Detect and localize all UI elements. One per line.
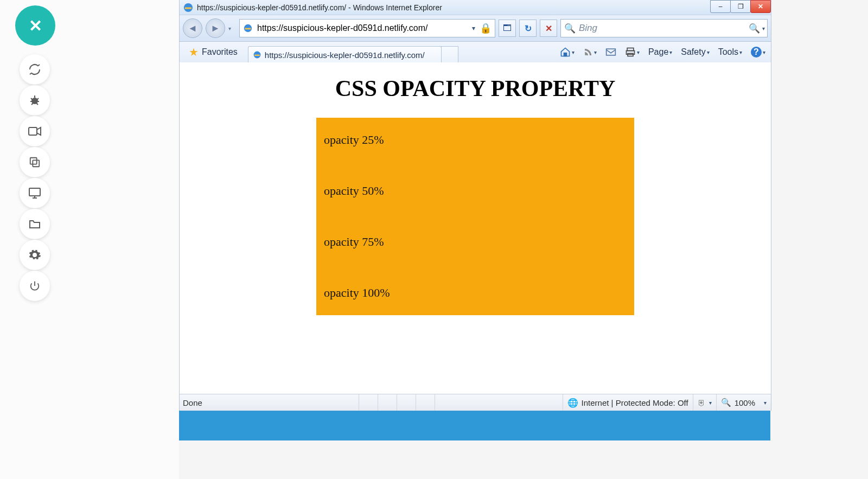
window-maximize-button[interactable]: ❐ xyxy=(730,0,751,13)
chevron-down-icon: ▾ xyxy=(763,49,765,55)
zoom-control[interactable]: 🔍 100% ▾ xyxy=(716,394,771,411)
video-icon xyxy=(28,126,41,136)
protected-mode-toggle[interactable]: ⛨ ▾ xyxy=(693,394,716,411)
nav-forward-button[interactable]: ► xyxy=(206,18,225,38)
chevron-down-icon: ▾ xyxy=(707,49,710,55)
address-input[interactable] xyxy=(256,23,469,34)
copy-button[interactable] xyxy=(20,147,50,177)
bug-button[interactable] xyxy=(20,85,50,116)
settings-button[interactable] xyxy=(20,240,50,270)
compat-view-button[interactable]: 🗔 xyxy=(499,20,516,37)
search-placeholder: Bing xyxy=(579,23,597,34)
search-icon: 🔍 xyxy=(564,23,576,34)
chevron-down-icon: ▾ xyxy=(764,400,767,406)
stop-icon: ✕ xyxy=(545,23,552,34)
screenshot-button[interactable] xyxy=(20,178,50,208)
window-minimize-button[interactable]: – xyxy=(710,0,731,13)
read-mail-button[interactable] xyxy=(603,46,618,58)
chevron-down-icon: ▾ xyxy=(637,49,640,55)
window-title: https://suspicious-kepler-d0591d.netlify… xyxy=(197,3,442,12)
sync-button[interactable] xyxy=(20,54,50,85)
window-titlebar[interactable]: https://suspicious-kepler-d0591d.netlify… xyxy=(180,0,771,15)
ie-page-icon xyxy=(243,23,253,33)
chevron-down-icon: ▾ xyxy=(669,49,672,55)
opacity-line: opacity 25% xyxy=(324,133,627,184)
status-text: Done xyxy=(180,398,359,407)
svg-rect-8 xyxy=(564,53,566,56)
print-icon xyxy=(625,47,636,58)
power-icon xyxy=(29,280,41,292)
new-tab-button[interactable] xyxy=(441,46,458,63)
navigation-bar: ◄ ► ▾ ▾ 🔒 🗔 ↻ ✕ 🔍 Bing 🔍 ▾ xyxy=(180,15,771,42)
chevron-down-icon: ▾ xyxy=(594,49,597,55)
page-menu-label: Page xyxy=(648,47,668,57)
compat-icon: 🗔 xyxy=(503,23,512,33)
opacity-line: opacity 100% xyxy=(324,286,627,308)
status-cell xyxy=(359,394,378,411)
maximize-icon: ❐ xyxy=(738,3,744,10)
search-provider-dropdown[interactable]: ▾ xyxy=(762,25,765,31)
tools-menu-button[interactable]: Tools ▾ xyxy=(716,46,744,59)
svg-point-9 xyxy=(585,54,586,55)
globe-icon: 🌐 xyxy=(567,398,578,408)
files-button[interactable] xyxy=(20,209,50,239)
copy-icon xyxy=(29,156,41,168)
help-button[interactable]: ? ▾ xyxy=(749,45,768,59)
security-zone[interactable]: 🌐 Internet | Protected Mode: Off xyxy=(563,394,693,411)
search-go-icon[interactable]: 🔍 xyxy=(749,23,760,34)
safety-menu-button[interactable]: Safety ▾ xyxy=(679,46,711,59)
host-sidebar: ✕ xyxy=(0,0,60,479)
status-cell xyxy=(397,394,416,411)
browser-tab-active[interactable]: https://suspicious-kepler-d0591d.netlify… xyxy=(248,46,442,63)
nav-back-button[interactable]: ◄ xyxy=(183,18,202,38)
shield-icon: ⛨ xyxy=(698,398,706,407)
svg-rect-3 xyxy=(30,158,37,164)
bug-icon xyxy=(28,94,41,107)
svg-rect-1 xyxy=(29,127,37,135)
svg-rect-4 xyxy=(29,188,40,196)
zoom-icon: 🔍 xyxy=(721,398,731,407)
close-icon: ✕ xyxy=(758,3,763,10)
search-box[interactable]: 🔍 Bing 🔍 ▾ xyxy=(560,19,768,37)
command-bar: ★ Favorites https://suspicious-kepler-d0… xyxy=(180,42,771,63)
opacity-line: opacity 75% xyxy=(324,235,627,286)
ie-page-icon xyxy=(253,50,261,59)
close-session-button[interactable]: ✕ xyxy=(15,5,55,46)
status-cell xyxy=(435,394,454,411)
window-close-button[interactable]: ✕ xyxy=(750,0,771,13)
mail-icon xyxy=(605,48,616,56)
opacity-line: opacity 50% xyxy=(324,184,627,235)
refresh-button[interactable]: ↻ xyxy=(519,20,537,37)
tools-menu-label: Tools xyxy=(718,47,738,57)
close-icon: ✕ xyxy=(29,16,42,35)
svg-rect-2 xyxy=(33,160,39,167)
page-menu-button[interactable]: Page ▾ xyxy=(646,46,674,59)
gear-icon xyxy=(28,248,41,261)
feeds-button[interactable]: ▾ xyxy=(581,46,599,59)
favorites-button[interactable]: ★ Favorites xyxy=(183,43,244,61)
zoom-value: 100% xyxy=(735,398,755,407)
home-button[interactable]: ▾ xyxy=(558,45,577,59)
record-button[interactable] xyxy=(20,116,50,146)
svg-rect-10 xyxy=(607,49,616,55)
address-bar[interactable]: ▾ 🔒 xyxy=(239,19,495,37)
safety-menu-label: Safety xyxy=(681,47,705,57)
power-button[interactable] xyxy=(20,271,50,301)
opacity-demo-box: opacity 25% opacity 50% opacity 75% opac… xyxy=(316,118,634,315)
minimize-icon: – xyxy=(719,3,723,10)
host-bottom-bar xyxy=(179,411,770,440)
print-button[interactable]: ▾ xyxy=(623,45,642,59)
feeds-icon xyxy=(583,47,593,57)
folder-icon xyxy=(28,219,41,229)
help-icon: ? xyxy=(751,47,762,58)
refresh-icon: ↻ xyxy=(525,23,532,34)
page-viewport[interactable]: CSS OPACITY PROPERTY opacity 25% opacity… xyxy=(180,62,771,394)
address-dropdown-icon[interactable]: ▾ xyxy=(469,24,478,32)
zone-label: Internet | Protected Mode: Off xyxy=(582,398,688,407)
nav-history-dropdown[interactable]: ▾ xyxy=(228,25,236,31)
stop-button[interactable]: ✕ xyxy=(540,20,557,37)
ie-logo-icon xyxy=(183,2,194,13)
lock-icon[interactable]: 🔒 xyxy=(480,22,492,34)
home-icon xyxy=(560,47,571,58)
chevron-down-icon: ▾ xyxy=(572,49,575,55)
